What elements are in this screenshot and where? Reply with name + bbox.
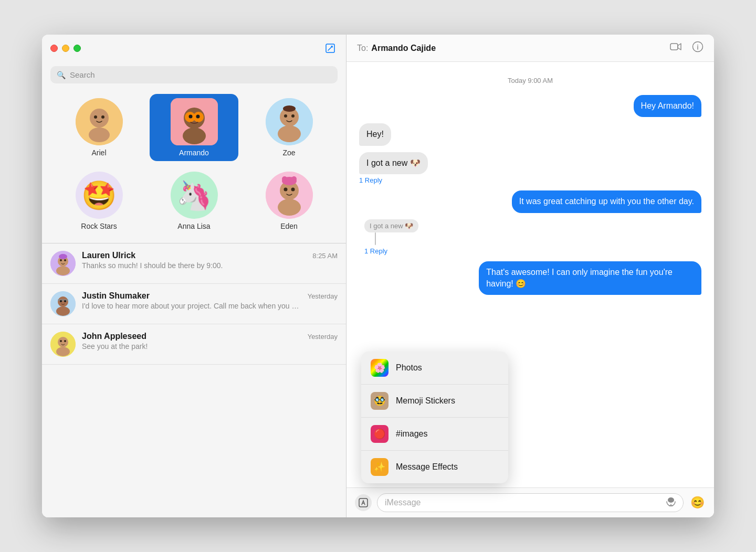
svg-point-25 (282, 176, 287, 182)
svg-point-12 (196, 115, 200, 119)
popup-item-effects[interactable]: ✨ Message Effects (361, 451, 508, 483)
popup-item-memoji[interactable]: 🥸 Memoji Stickers (361, 385, 508, 418)
chat-header-icons (670, 41, 704, 55)
conv-time-lauren: 8:25 AM (312, 252, 338, 260)
contact-armando[interactable]: Armando (150, 94, 238, 161)
msg-row-4: It was great catching up with you the ot… (359, 190, 701, 213)
conv-header-lauren: Lauren Ulrick 8:25 AM (82, 251, 338, 260)
reply-link-1[interactable]: 1 Reply (359, 176, 382, 184)
contact-rockstars[interactable]: 🤩 Rock Stars (55, 167, 143, 235)
contact-zoe[interactable]: Zoe (245, 94, 333, 161)
svg-point-30 (60, 259, 62, 261)
msg-row-5: I got a new 🐶 1 Reply (359, 219, 701, 255)
svg-point-26 (291, 176, 297, 182)
svg-point-11 (188, 115, 192, 119)
message-bubble-4: It was great catching up with you the ot… (512, 190, 701, 213)
input-placeholder: iMessage (385, 498, 661, 507)
contact-name-eden: Eden (280, 222, 298, 230)
svg-point-40 (58, 337, 68, 347)
msg-row-6: That's awesome! I can only imagine the f… (359, 261, 701, 295)
conv-name-lauren: Lauren Ulrick (82, 251, 135, 260)
imessage-input-field[interactable]: iMessage (377, 493, 684, 512)
svg-point-43 (64, 340, 66, 342)
svg-point-29 (56, 266, 70, 275)
svg-point-22 (284, 188, 287, 192)
contact-annalisa[interactable]: 🦄 Anna Lisa (150, 167, 238, 235)
svg-point-4 (94, 115, 97, 119)
conv-name-john: John Appleseed (82, 332, 146, 341)
chat-contact-name: Armando Cajide (371, 44, 670, 53)
conversation-list: Lauren Ulrick 8:25 AM Thanks so much! I … (42, 243, 346, 517)
video-call-icon[interactable] (670, 42, 681, 54)
svg-point-21 (278, 199, 301, 216)
svg-point-15 (278, 125, 301, 142)
svg-rect-44 (670, 44, 678, 50)
chat-to-label: To: (357, 44, 368, 53)
popup-label-effects: Message Effects (396, 462, 458, 472)
svg-point-5 (101, 115, 104, 119)
traffic-lights (50, 45, 81, 52)
svg-point-2 (90, 109, 109, 128)
message-bubble-2: Hey! (359, 123, 391, 145)
avatar-eden (266, 172, 313, 219)
avatar-john (50, 332, 76, 357)
avatar-annalisa: 🦄 (171, 172, 218, 219)
titlebar (42, 35, 346, 62)
audio-input-icon (666, 497, 676, 508)
conv-name-justin: Justin Shumaker (82, 291, 150, 301)
conv-time-john: Yesterday (308, 333, 338, 341)
conv-time-justin: Yesterday (308, 292, 338, 300)
avatar-armando (171, 98, 218, 145)
conv-preview-justin: I'd love to hear more about your project… (82, 302, 302, 310)
msg-row-3: I got a new 🐶 1 Reply (359, 152, 701, 184)
svg-point-17 (291, 114, 295, 118)
message-bubble-1: Hey Armando! (634, 95, 701, 117)
conv-content-john: John Appleseed Yesterday See you at the … (82, 332, 338, 351)
msg-row-1: Hey Armando! (359, 95, 701, 117)
popup-item-images[interactable]: 🔴 #images (361, 418, 508, 451)
svg-point-41 (56, 347, 70, 356)
contact-eden[interactable]: Eden (245, 167, 333, 235)
conv-preview-john: See you at the park! (82, 342, 302, 351)
svg-point-38 (64, 300, 66, 302)
svg-point-37 (60, 300, 62, 302)
contact-name-ariel: Ariel (91, 148, 106, 157)
svg-point-8 (183, 128, 206, 144)
message-bubble-5: That's awesome! I can only imagine the f… (479, 261, 701, 295)
popup-label-memoji: Memoji Stickers (396, 396, 455, 406)
svg-point-42 (60, 340, 62, 342)
photos-icon: 🌸 (371, 359, 388, 377)
popup-label-images: #images (396, 429, 427, 439)
contact-name-zoe: Zoe (282, 148, 295, 157)
maximize-button[interactable] (74, 45, 81, 52)
app-store-button[interactable] (355, 494, 372, 511)
svg-point-34 (58, 296, 68, 307)
conv-item-justin[interactable]: Justin Shumaker Yesterday I'd love to he… (42, 284, 346, 324)
avatar-zoe (266, 98, 313, 145)
close-button[interactable] (50, 45, 58, 52)
conv-item-lauren[interactable]: Lauren Ulrick 8:25 AM Thanks so much! I … (42, 243, 346, 284)
conv-header-john: John Appleseed Yesterday (82, 332, 338, 341)
minimize-button[interactable] (62, 45, 69, 52)
svg-point-35 (56, 306, 70, 316)
info-icon[interactable] (692, 41, 704, 55)
svg-point-16 (284, 114, 287, 118)
compose-button[interactable] (323, 41, 338, 56)
emoji-button[interactable]: 😊 (689, 494, 706, 511)
contact-ariel[interactable]: Ariel (55, 94, 143, 161)
svg-point-18 (283, 105, 296, 112)
search-bar[interactable]: 🔍 Search (50, 66, 338, 83)
conv-item-john[interactable]: John Appleseed Yesterday See you at the … (42, 324, 346, 365)
messages-window: 🔍 Search Ariel (42, 35, 714, 517)
svg-point-32 (59, 254, 67, 259)
svg-point-3 (89, 128, 110, 142)
popup-item-photos[interactable]: 🌸 Photos (361, 352, 508, 385)
search-input[interactable]: Search (70, 70, 331, 79)
reply-link-2[interactable]: 1 Reply (364, 247, 418, 255)
conv-header-justin: Justin Shumaker Yesterday (82, 291, 338, 301)
msg-row-2: Hey! (359, 123, 701, 145)
avatar-justin (50, 291, 76, 316)
conv-content-lauren: Lauren Ulrick 8:25 AM Thanks so much! I … (82, 251, 338, 270)
popup-menu: 🌸 Photos 🥸 Memoji Stickers 🔴 #images (361, 352, 508, 483)
left-panel: 🔍 Search Ariel (42, 35, 346, 517)
